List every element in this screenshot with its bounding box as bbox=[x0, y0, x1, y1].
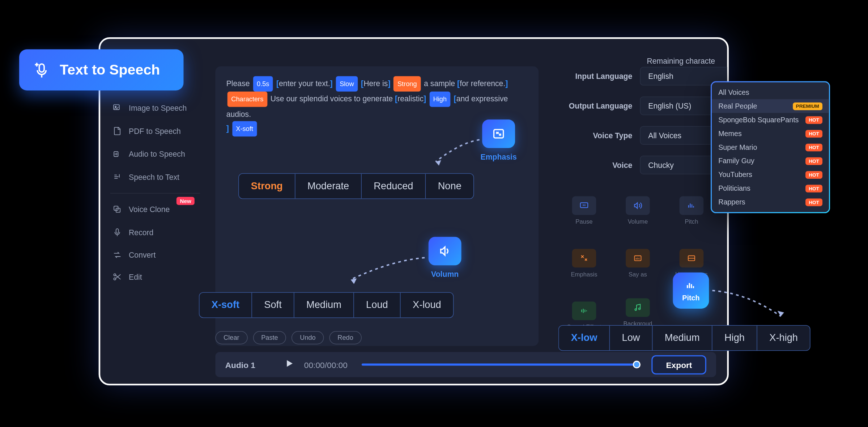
tool-pause[interactable]: Pause bbox=[563, 190, 605, 231]
emphasis-icon bbox=[578, 253, 590, 263]
volume-option-soft[interactable]: Soft bbox=[252, 293, 294, 317]
pitch-option-low[interactable]: Low bbox=[610, 326, 652, 350]
voice-dropdown-item[interactable]: Super MarioHOT bbox=[712, 140, 829, 154]
voice-type-dropdown: All VoicesReal PeoplePREMIUMSpongeBob Sq… bbox=[711, 81, 830, 213]
redo-button[interactable]: Redo bbox=[329, 331, 362, 344]
tool-pitch-active[interactable]: Pitch bbox=[673, 272, 709, 309]
tool-pitch[interactable]: Pitch bbox=[671, 190, 712, 231]
premium-badge: PREMIUM bbox=[792, 102, 822, 110]
voice-dropdown-item[interactable]: RappersHOT bbox=[712, 195, 829, 209]
export-button[interactable]: Export bbox=[652, 355, 706, 374]
volume-option-medium[interactable]: Medium bbox=[294, 293, 354, 317]
image-icon bbox=[112, 103, 122, 113]
volume-option-xsoft[interactable]: X-soft bbox=[199, 293, 252, 317]
emphasis-option-reduced[interactable]: Reduced bbox=[362, 174, 426, 198]
tag-slow[interactable]: Slow bbox=[336, 76, 358, 92]
pitch-icon bbox=[685, 200, 697, 210]
clone-icon bbox=[112, 204, 122, 214]
tool-sayas[interactable]: abc Say as bbox=[617, 242, 659, 284]
hot-badge: HOT bbox=[805, 171, 822, 178]
hot-badge: HOT bbox=[805, 157, 822, 165]
emphasis-option-none[interactable]: None bbox=[426, 174, 473, 198]
voice-dropdown-label: Politicians bbox=[718, 184, 750, 193]
tool-grid: Pause Volume Pitch Emphasis abc Say as H… bbox=[563, 190, 712, 337]
sidebar-item-edit[interactable]: Edit bbox=[100, 266, 210, 288]
undo-button[interactable]: Undo bbox=[292, 331, 324, 344]
sidebar-item-label: Record bbox=[129, 228, 153, 237]
voice-dropdown-label: SpongeBob SquarePants bbox=[718, 116, 799, 124]
audio-title: Audio 1 bbox=[225, 360, 275, 369]
sidebar: Image to Speech PDF to Speech Audio to S… bbox=[100, 39, 210, 384]
sidebar-item-label: Image to Speech bbox=[129, 103, 187, 112]
pitch-option-high[interactable]: High bbox=[712, 326, 757, 350]
mic-icon bbox=[112, 228, 122, 237]
svg-point-12 bbox=[635, 309, 637, 310]
volume-icon bbox=[437, 244, 453, 258]
music-icon bbox=[632, 303, 644, 312]
callout-emphasis: Emphasis bbox=[478, 119, 519, 161]
voice-dropdown-label: Real People bbox=[718, 102, 757, 110]
time-display: 00:00/00:00 bbox=[304, 360, 348, 369]
callout-volume: Volumn bbox=[425, 237, 465, 278]
pitch-option-medium[interactable]: Medium bbox=[652, 326, 712, 350]
pause-icon bbox=[578, 200, 590, 210]
seek-thumb[interactable] bbox=[633, 361, 641, 368]
tool-volume[interactable]: Volume bbox=[617, 190, 659, 231]
voice-dropdown-item[interactable]: SpongeBob SquarePantsHOT bbox=[712, 113, 829, 127]
voice-dropdown-item[interactable]: PoliticiansHOT bbox=[712, 181, 829, 195]
sound-effect-icon bbox=[578, 306, 590, 316]
new-badge: New bbox=[176, 197, 194, 205]
sayas-icon: abc bbox=[632, 253, 644, 263]
tool-emphasis[interactable]: Emphasis bbox=[563, 242, 605, 284]
tag-strong[interactable]: Strong bbox=[393, 76, 421, 92]
sidebar-item-speech-to-text[interactable]: Speech to Text bbox=[100, 166, 210, 189]
field-label: Voice Type bbox=[550, 131, 640, 140]
voice-dropdown-label: YouTubers bbox=[718, 170, 752, 179]
sidebar-item-label: PDF to Speech bbox=[129, 127, 181, 135]
sidebar-divider bbox=[110, 193, 200, 194]
field-output-language: Output Language English (US) bbox=[550, 96, 729, 116]
hot-badge: HOT bbox=[805, 116, 822, 123]
pitch-option-xlow[interactable]: X-low bbox=[559, 326, 610, 350]
clear-button[interactable]: Clear bbox=[215, 331, 247, 344]
audio-player: Audio 1 00:00/00:00 Export bbox=[215, 352, 716, 377]
tag-high[interactable]: High bbox=[429, 92, 451, 107]
hot-badge: HOT bbox=[805, 185, 822, 192]
sidebar-item-label: Convert bbox=[129, 250, 156, 259]
heteronyms-icon bbox=[685, 253, 697, 263]
voice-dropdown-item[interactable]: All Voices bbox=[712, 85, 829, 99]
convert-icon bbox=[112, 250, 122, 260]
settings-panel: Input Language English Output Language E… bbox=[550, 66, 729, 185]
voice-dropdown-item[interactable]: Family GuyHOT bbox=[712, 154, 829, 168]
volume-icon bbox=[632, 200, 644, 210]
emphasis-option-strong[interactable]: Strong bbox=[239, 174, 295, 198]
sidebar-item-pdf-to-speech[interactable]: PDF to Speech bbox=[100, 119, 210, 143]
pitch-option-xhigh[interactable]: X-high bbox=[757, 326, 810, 350]
voice-dropdown-item[interactable]: Real PeoplePREMIUM bbox=[712, 99, 829, 113]
field-label: Input Language bbox=[550, 72, 640, 80]
sidebar-item-image-to-speech[interactable]: Image to Speech bbox=[100, 97, 210, 120]
voice-dropdown-item[interactable]: MemesHOT bbox=[712, 127, 829, 140]
play-button[interactable] bbox=[284, 359, 294, 371]
audio-icon bbox=[112, 149, 122, 159]
play-icon bbox=[284, 359, 294, 368]
svg-rect-14 bbox=[39, 64, 44, 72]
paste-button[interactable]: Paste bbox=[253, 331, 286, 344]
hot-badge: HOT bbox=[805, 143, 822, 151]
seek-track[interactable] bbox=[362, 363, 637, 365]
volume-option-loud[interactable]: Loud bbox=[354, 293, 401, 317]
tag-characters[interactable]: Characters bbox=[227, 92, 267, 107]
voice-dropdown-item[interactable]: YouTubersHOT bbox=[712, 168, 829, 182]
sidebar-item-voice-clone[interactable]: New Voice Clone bbox=[100, 198, 210, 221]
voice-dropdown-label: All Voices bbox=[718, 88, 749, 97]
sidebar-item-record[interactable]: Record bbox=[100, 221, 210, 244]
tag-pause[interactable]: 0.5s bbox=[253, 76, 273, 92]
remaining-characters-label: Remaining characte bbox=[647, 56, 715, 65]
sidebar-item-audio-to-speech[interactable]: Audio to Speech bbox=[100, 143, 210, 166]
sidebar-item-convert[interactable]: Convert bbox=[100, 244, 210, 266]
svg-text:abc: abc bbox=[635, 257, 640, 260]
tag-xsoft[interactable]: X-soft bbox=[232, 121, 257, 136]
volume-option-xloud[interactable]: X-loud bbox=[401, 293, 453, 317]
voice-dropdown-label: Super Mario bbox=[718, 143, 757, 151]
emphasis-option-moderate[interactable]: Moderate bbox=[295, 174, 362, 198]
